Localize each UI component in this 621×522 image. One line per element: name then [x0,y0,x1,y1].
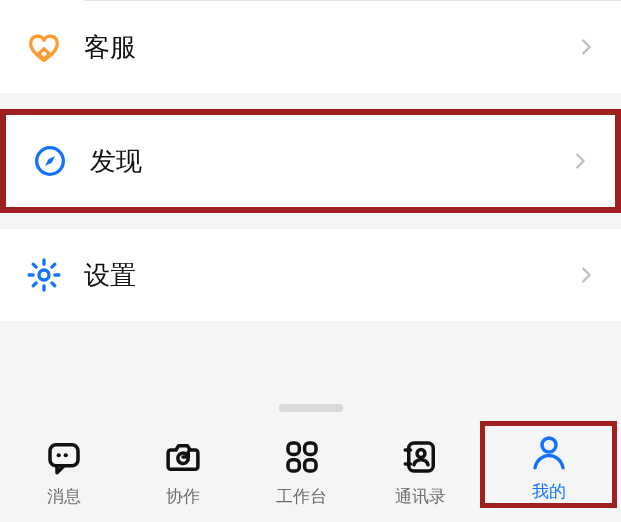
chevron-right-icon [569,150,591,172]
drag-handle-icon[interactable] [279,404,343,412]
page-root: 客服 发现 [0,0,621,522]
heart-hands-icon [20,23,68,71]
svg-point-3 [56,453,60,457]
flex-spacer [0,321,621,390]
svg-point-13 [542,438,556,452]
menu-item-customer-service[interactable]: 客服 [0,1,621,93]
tab-contacts[interactable]: 通讯录 [361,429,480,508]
drag-handle-area [0,390,621,414]
svg-rect-7 [288,460,299,471]
chevron-right-icon [575,36,597,58]
svg-rect-5 [288,443,299,454]
tab-label: 工作台 [276,485,327,508]
menu-item-label: 客服 [84,30,575,65]
menu-item-discover[interactable]: 发现 [6,115,615,207]
group-discover-highlighted: 发现 [0,109,621,213]
menu-item-label: 发现 [90,144,569,179]
svg-rect-6 [304,443,315,454]
tab-label: 我的 [532,480,566,503]
svg-point-4 [63,453,67,457]
tab-label: 消息 [47,485,81,508]
tab-workbench[interactable]: 工作台 [242,429,361,508]
bottom-tab-bar: 消息 协作 工作台 [0,414,621,522]
camera-sync-icon [159,433,207,481]
gear-icon [20,251,68,299]
section-gap [0,213,621,229]
tab-messages[interactable]: 消息 [4,429,123,508]
apps-grid-icon [278,433,326,481]
person-icon [525,428,573,476]
tab-label: 协作 [166,485,200,508]
address-book-icon [397,433,445,481]
chat-bubble-icon [40,433,88,481]
svg-point-1 [39,270,49,280]
group-settings: 设置 [0,229,621,321]
menu-item-settings[interactable]: 设置 [0,229,621,321]
group-customer-service: 客服 [0,0,621,93]
tab-collab[interactable]: 协作 [123,429,242,508]
chevron-right-icon [575,264,597,286]
compass-icon [26,137,74,185]
svg-rect-8 [304,460,315,471]
svg-point-12 [417,450,425,458]
section-gap [0,93,621,109]
tab-label: 通讯录 [395,485,446,508]
menu-item-label: 设置 [84,258,575,293]
tab-mine[interactable]: 我的 [480,421,617,508]
